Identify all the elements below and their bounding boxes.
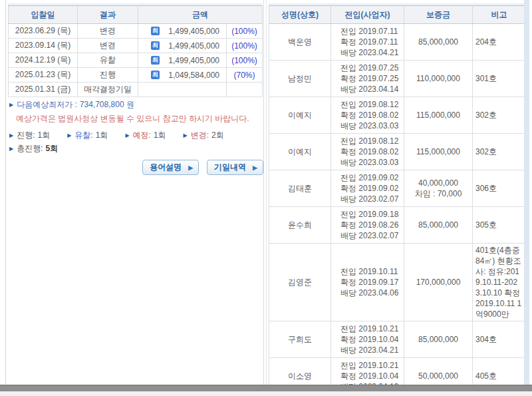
next-min-price-line: ▶다음예상최저가 :734,708,800 원 <box>9 99 134 110</box>
horizontal-scrollbar-thumb[interactable] <box>0 385 532 391</box>
bid-amount-header: 금액 <box>138 6 263 24</box>
tenant-table-row: 백운영전입 2019.07.11확정 2019.07.11배당 2023.04.… <box>269 24 526 61</box>
tenant-date-line: 배당 2023.04.14 <box>340 84 404 95</box>
tenant-deposit-cell: 40,000,000차임 : 70,000 <box>404 170 473 207</box>
tenant-dates-cell: 전입 2019.09.18확정 2019.08.26배당 2023.02.07 <box>331 207 404 244</box>
tenant-name-cell: 백운영 <box>269 24 331 61</box>
bid-result-header: 결과 <box>78 6 138 24</box>
bid-table-row: 2025.01.31 (금)매각결정기일 <box>9 83 263 97</box>
bid-date-cell: 2025.01.23 (목) <box>9 68 78 83</box>
tenant-note-cell: 302호 <box>473 97 526 134</box>
tenant-deposit-cell: 115,000,000 <box>404 134 473 170</box>
bullet-icon: ▶ <box>67 132 71 138</box>
tenant-deposit-header: 보증금 <box>404 6 473 24</box>
tenant-date-line: 전입 2019.07.11 <box>340 26 404 37</box>
bid-date-cell: 2023.06.29 (목) <box>9 24 78 39</box>
bid-table-row: 2024.12.19 (목)유찰최1,499,405,000(100%) <box>9 53 263 68</box>
tenant-name-cell: 이예지 <box>269 97 331 134</box>
tenant-date-line: 확정 2019.10.04 <box>340 334 404 345</box>
tenant-deposit-line: 85,000,000 <box>404 334 472 345</box>
tenant-deposit-line: 50,000,000 <box>404 371 472 381</box>
tenant-dates-cell: 전입 2019.08.12확정 2019.08.02배당 2023.03.03 <box>331 97 404 134</box>
tenant-deposit-cell: 85,000,000 <box>404 24 473 61</box>
bid-result-cell: 매각결정기일 <box>78 83 138 97</box>
tenant-date-line: 확정 2019.07.25 <box>340 73 404 84</box>
tenant-table-row: 김태훈전입 2019.09.02확정 2019.09.02배당 2023.02.… <box>269 170 526 207</box>
tenant-table-row: 김영준전입 2019.10.11확정 2019.09.17배당 2023.04.… <box>269 244 526 321</box>
next-min-price-label: 다음예상최저가 : <box>17 100 77 109</box>
tenant-name-cell: 김태훈 <box>269 170 331 207</box>
tenant-deposit-line: 85,000,000 <box>404 37 472 47</box>
tenant-date-line: 전입 2019.10.11 <box>340 266 404 277</box>
tenant-deposit-cell: 85,000,000 <box>404 207 473 244</box>
highest-bid-badge-icon: 최 <box>151 27 160 35</box>
bid-amount-wrap: 최1,499,405,000 <box>138 56 226 65</box>
tenant-dates-cell: 전입 2019.08.12확정 2019.08.02배당 2023.03.03 <box>331 134 404 170</box>
bid-date-cell: 2023.09.14 (목) <box>9 39 78 53</box>
tenant-date-line: 확정 2019.08.26 <box>340 220 404 230</box>
tenant-note-cell: 302호 <box>473 134 526 170</box>
bid-result-cell: 진행 <box>78 68 138 83</box>
tenant-deposit-line: 40,000,000 <box>404 178 472 188</box>
tenant-date-line: 확정 2019.08.02 <box>340 146 404 157</box>
bullet-icon: ▶ <box>9 146 13 152</box>
tenant-table-row: 윤수희전입 2019.09.18확정 2019.08.26배당 2023.02.… <box>269 207 526 244</box>
button-row: 용어설명▶ 기일내역▶ <box>8 160 263 175</box>
bid-pct-cell: (100%) <box>227 39 263 53</box>
tenant-name-cell: 김영준 <box>269 244 331 321</box>
tenant-table: 성명(상호) 전입(사업자) 보증금 비고 백운영전입 2019.07.11확정… <box>269 5 526 396</box>
bid-date-cell: 2024.12.19 (목) <box>9 53 78 68</box>
highest-bid-badge-icon: 최 <box>151 41 160 50</box>
bullet-icon: ▶ <box>9 132 13 138</box>
tenant-dates-cell: 전입 2019.09.02확정 2019.09.02배당 2023.02.07 <box>331 170 404 207</box>
tenant-date-line: 배당 2023.04.21 <box>340 345 404 355</box>
bid-result-cell: 유찰 <box>78 53 138 68</box>
highest-bid-badge-icon: 최 <box>151 71 160 79</box>
bid-amount-cell: 최1,499,405,000 <box>138 24 227 39</box>
price-warning-text: 예상가격은 법원사정상 변동될 수 있으니 참고만 하시기 바랍니다. <box>16 113 249 124</box>
bid-amount-cell: 최1,499,405,000 <box>138 53 227 68</box>
highest-bid-badge-icon: 최 <box>151 56 160 65</box>
tenant-deposit-cell: 110,000,000 <box>404 61 473 97</box>
frame-divider-right <box>266 0 267 385</box>
bid-date-cell: 2025.01.31 (금) <box>9 83 78 97</box>
tenant-date-line: 확정 2019.08.02 <box>340 110 404 120</box>
bid-amount-wrap: 최1,049,584,000 <box>138 71 226 80</box>
tenant-table-body: 백운영전입 2019.07.11확정 2019.07.11배당 2023.04.… <box>269 24 526 396</box>
tenant-name-header: 성명(상호) <box>269 6 331 24</box>
bid-history-table: 입찰일 결과 금액 2023.06.29 (목)변경최1,499,405,000… <box>8 5 263 97</box>
stat-proceed: ▶진행:1회 <box>9 130 50 141</box>
schedule-history-button[interactable]: 기일내역▶ <box>207 160 263 175</box>
tenant-deposit-line: 110,000,000 <box>404 73 472 84</box>
bid-table-body: 2023.06.29 (목)변경최1,499,405,000(100%)2023… <box>9 24 263 97</box>
tenant-movein-header: 전입(사업자) <box>331 6 404 24</box>
bid-table-row: 2023.06.29 (목)변경최1,499,405,000(100%) <box>9 24 263 39</box>
glossary-button[interactable]: 용어설명▶ <box>142 160 199 175</box>
tenant-date-line: 전입 2019.10.21 <box>340 323 404 334</box>
tenant-note-cell: 401호(4층중84㎡) 현황조사: 점유:2019.10.11-2023.10… <box>473 244 526 321</box>
bid-amount-cell: 최1,499,405,000 <box>138 39 227 53</box>
tenant-name-cell: 구희도 <box>269 321 331 358</box>
tenant-deposit-cell: 85,000,000 <box>404 321 473 358</box>
bid-date-header: 입찰일 <box>9 6 78 24</box>
bullet-icon: ▶ <box>125 132 129 138</box>
bid-pct-cell: (100%) <box>227 24 263 39</box>
bid-amount-value: 1,499,405,000 <box>160 27 219 36</box>
arrow-icon: ▶ <box>188 164 193 171</box>
bullet-icon: ▶ <box>184 132 188 138</box>
vertical-scrollbar-track[interactable] <box>524 0 529 385</box>
tenant-table-header-row: 성명(상호) 전입(사업자) 보증금 비고 <box>269 6 526 24</box>
tenant-date-line: 배당 2023.02.07 <box>340 230 404 241</box>
tenant-note-cell: 306호 <box>473 170 526 207</box>
next-min-price-value: 734,708,800 원 <box>80 100 134 109</box>
tenant-date-line: 확정 2019.09.17 <box>340 277 404 288</box>
tenant-dates-cell: 전입 2019.07.25확정 2019.07.25배당 2023.04.14 <box>331 61 404 97</box>
tenant-table-row: 남정민전입 2019.07.25확정 2019.07.25배당 2023.04.… <box>269 61 526 97</box>
tenant-deposit-cell: 115,000,000 <box>404 97 473 134</box>
bid-table-header-row: 입찰일 결과 금액 <box>9 6 263 24</box>
tenant-note-header: 비고 <box>473 6 526 24</box>
tenant-date-line: 전입 2019.07.25 <box>340 63 404 73</box>
stat-planned: ▶예정:1회 <box>125 130 166 141</box>
tenant-note-cell: 305호 <box>473 207 526 244</box>
tenant-deposit-line: 차임 : 70,000 <box>404 188 472 199</box>
